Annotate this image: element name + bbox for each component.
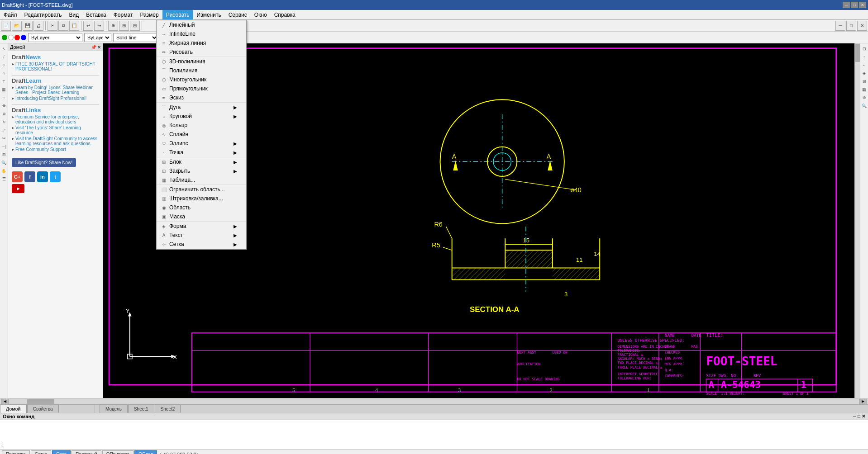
h-scroll-thumb[interactable] — [27, 399, 54, 404]
menu-3dpoly[interactable]: ⬡ 3D-полилиния — [157, 57, 246, 66]
tb-snap[interactable]: ⊕ — [108, 21, 118, 31]
trial-link[interactable]: FREE 30 DAY TRIAL OF DRAFTSIGHT PROFESSI… — [12, 61, 99, 71]
right-icon-2[interactable]: ↕ — [861, 53, 868, 61]
linetype-dropdown[interactable]: Solid line — [113, 33, 158, 42]
tab-home[interactable]: Домой — [0, 405, 27, 413]
like-share-btn[interactable]: Like DraftSight? Share Now! — [12, 158, 76, 167]
twitter-icon[interactable]: t — [50, 171, 61, 182]
left-icon-dim[interactable]: ↔ — [0, 94, 8, 101]
cmd-win-close[interactable]: ✕ — [862, 414, 865, 419]
command-text-input[interactable] — [2, 435, 866, 441]
menu-view[interactable]: Вид — [65, 10, 82, 19]
premium-link[interactable]: Premium Service for enterprise, educatio… — [12, 114, 99, 124]
left-icon-rotate[interactable]: ↻ — [0, 118, 8, 126]
left-icon-line[interactable]: / — [0, 53, 8, 61]
left-icon-copy[interactable]: ⧉ — [0, 110, 8, 118]
menu-rectangle[interactable]: ▭ Прямоугольник — [157, 84, 246, 93]
close-btn[interactable]: ✕ — [859, 2, 866, 8]
menu-sketch[interactable]: ✒ Эскиз — [157, 93, 246, 102]
tb-undo[interactable]: ↩ — [83, 21, 93, 31]
left-icon-select[interactable]: ↖ — [0, 45, 8, 52]
canvas-scrollbar-h[interactable]: ◀ ▶ — [0, 398, 868, 404]
intro-link[interactable]: Introducing DraftSight Professional! — [12, 96, 99, 101]
menu-help[interactable]: Справка — [271, 10, 299, 19]
cmd-win-minimize[interactable]: ─ — [853, 414, 856, 419]
left-icon-hatch[interactable]: ▦ — [0, 86, 8, 93]
tab-sheet1[interactable]: Sheet1 — [128, 405, 154, 413]
lyons-link[interactable]: Visit 'The Lyons' Share' Learning resour… — [12, 125, 99, 135]
tab-properties[interactable]: Свойства — [27, 405, 59, 413]
menu-polygon[interactable]: ⬠ Многоугольник — [157, 75, 246, 84]
menu-polyline[interactable]: ⌒ Полилиния — [157, 66, 246, 75]
menu-file[interactable]: Файл — [0, 10, 21, 19]
sidebar-pin-btn[interactable]: 📌 — [91, 45, 96, 50]
google-plus-icon[interactable]: G+ — [12, 171, 23, 182]
left-icon-grid[interactable]: ⊞ — [0, 151, 8, 158]
status-otrack-btn[interactable]: ОСлед — [134, 450, 157, 454]
sidebar-close-btn[interactable]: ✕ — [97, 45, 101, 50]
menu-text[interactable]: A Текст ▶ — [157, 231, 246, 240]
right-icon-6[interactable]: ▦ — [861, 86, 868, 93]
menu-tools[interactable]: Сервис — [225, 10, 251, 19]
menu-grid-draw[interactable]: ⊹ Сетка ▶ — [157, 240, 246, 249]
webinar-link[interactable]: Learn by Doing! Lyons' Share Webinar Ser… — [12, 85, 99, 95]
left-icon-move[interactable]: ✥ — [0, 102, 8, 109]
menu-dimension[interactable]: Размер — [136, 10, 162, 19]
right-icon-5[interactable]: ⊞ — [861, 78, 868, 85]
right-icon-7[interactable]: ⊕ — [861, 94, 868, 101]
status-polar-btn[interactable]: Полярный — [72, 450, 101, 454]
color-indicator-blue[interactable] — [21, 35, 26, 40]
tb-paste[interactable]: 📋 — [69, 21, 79, 31]
left-icon-text[interactable]: T — [0, 78, 8, 85]
left-icon-zoom[interactable]: 🔍 — [0, 159, 8, 166]
scroll-left-btn[interactable]: ◀ — [1, 399, 9, 404]
scrollbar-thumb-v[interactable] — [855, 44, 860, 62]
menu-close[interactable]: ⊡ Закрыть ▶ — [157, 166, 246, 175]
tb-print[interactable]: 🖨 — [33, 21, 43, 31]
scroll-right-btn[interactable]: ▶ — [859, 399, 867, 404]
canvas-scrollbar-v[interactable] — [854, 43, 860, 398]
left-icon-pan[interactable]: ✋ — [0, 167, 8, 175]
cmd-win-maximize[interactable]: □ — [858, 414, 860, 419]
menu-block[interactable]: ⊞ Блок ▶ — [157, 157, 246, 166]
minimize-btn[interactable]: ─ — [843, 2, 850, 8]
community-link[interactable]: Visit the DraftSight Community to access… — [12, 136, 99, 146]
tb-win-close[interactable]: ─ — [835, 21, 845, 31]
tab-sheet2[interactable]: Sheet2 — [155, 405, 181, 413]
menu-region[interactable]: ◉ Область — [157, 203, 246, 212]
color-indicator-green[interactable] — [2, 35, 7, 40]
tb-open[interactable]: 📂 — [12, 21, 22, 31]
menu-draw-pencil[interactable]: ✏ Рисовать — [157, 47, 246, 57]
maximize-btn[interactable]: □ — [851, 2, 858, 8]
tb-save[interactable]: 💾 — [23, 21, 33, 31]
color-indicator-white[interactable] — [8, 35, 14, 40]
facebook-icon[interactable]: f — [24, 171, 35, 182]
menu-point[interactable]: · Точка ▶ — [157, 148, 246, 157]
color-dropdown[interactable]: ByLayer — [84, 33, 111, 42]
tb-win-x[interactable]: ✕ — [857, 21, 867, 31]
right-icon-8[interactable]: 🔍 — [861, 102, 868, 109]
tab-model[interactable]: Модель — [100, 405, 128, 413]
tb-new[interactable]: 📄 — [1, 21, 11, 31]
left-icon-trim[interactable]: ✂ — [0, 135, 8, 142]
status-grid-btn[interactable]: Сетка — [31, 450, 51, 454]
menu-circle[interactable]: ○ Круговой ▶ — [157, 112, 246, 121]
tb-cut[interactable]: ✂ — [48, 21, 57, 31]
menu-line[interactable]: ╱ Линейный — [157, 20, 246, 29]
menu-spline[interactable]: ∿ Сплайн — [157, 130, 246, 139]
menu-ring[interactable]: ◎ Кольцо — [157, 121, 246, 130]
menu-edit[interactable]: Редактировать — [21, 10, 66, 19]
menu-window[interactable]: Окно — [251, 10, 271, 19]
status-ortho-btn[interactable]: Орто — [52, 450, 71, 454]
youtube-icon[interactable]: ▶ — [12, 184, 24, 193]
tb-redo[interactable]: ↪ — [94, 21, 104, 31]
menu-insert[interactable]: Вставка — [82, 10, 110, 19]
right-icon-1[interactable]: ⊡ — [861, 45, 868, 52]
menu-modify[interactable]: Изменить — [193, 10, 225, 19]
free-support-link[interactable]: Free Community Support — [12, 147, 99, 152]
menu-format[interactable]: Формат — [110, 10, 137, 19]
menu-table[interactable]: ▦ Таблица... — [157, 175, 246, 184]
tb-snap3[interactable]: ⊟ — [130, 21, 140, 31]
menu-infinite-line[interactable]: ↔ InfiniteLine — [157, 29, 246, 38]
menu-arc[interactable]: ⌒ Дуга ▶ — [157, 103, 246, 112]
